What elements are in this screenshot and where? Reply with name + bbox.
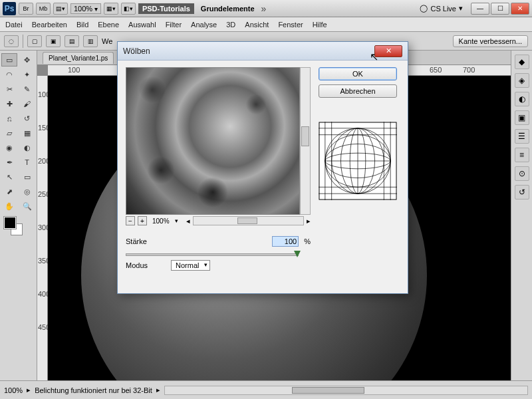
preview-hthumb[interactable]: [237, 217, 257, 224]
layers-panel-icon[interactable]: ☰: [515, 129, 529, 144]
slider-thumb-icon[interactable]: [294, 251, 301, 257]
cancel-button[interactable]: Abbrechen: [319, 84, 397, 98]
dialog-close-button[interactable]: ✕: [374, 45, 402, 57]
bridge-button[interactable]: Br: [19, 3, 33, 15]
maximize-button[interactable]: ☐: [491, 3, 509, 15]
minibridge-button[interactable]: Mb: [36, 3, 51, 15]
move-tool-icon[interactable]: ✥: [19, 53, 35, 66]
menu-hilfe[interactable]: Hilfe: [313, 21, 327, 29]
strength-input[interactable]: [272, 236, 299, 247]
status-zoom[interactable]: 100%: [4, 386, 23, 394]
zoom-value: 100%: [74, 5, 92, 13]
zoom-out-button[interactable]: −: [126, 216, 135, 225]
ps-logo-icon: Ps: [3, 2, 16, 15]
paths-panel-icon[interactable]: ⊙: [515, 166, 529, 181]
adjust-panel-icon[interactable]: ◐: [515, 92, 529, 106]
zoom-tool-icon[interactable]: 🔍: [19, 200, 35, 213]
strength-slider[interactable]: [126, 253, 299, 256]
eraser-tool-icon[interactable]: ▱: [1, 126, 17, 140]
masks-panel-icon[interactable]: ▣: [515, 110, 529, 125]
tool-preset-icon[interactable]: ◌: [4, 35, 19, 47]
cslive-icon: ◯: [420, 4, 428, 13]
mode-select[interactable]: Normal: [171, 260, 210, 271]
sel-new-icon[interactable]: ▢: [27, 35, 42, 47]
brush-tool-icon[interactable]: 🖌: [19, 97, 35, 110]
hscroll-right-icon[interactable]: ▸: [307, 217, 311, 225]
shape-tool-icon[interactable]: ▭: [19, 170, 35, 184]
rh-650: 650: [430, 66, 442, 74]
status-arrow-icon[interactable]: ▸: [27, 386, 31, 394]
workspace-grundelemente[interactable]: Grundelemente: [197, 3, 259, 14]
wand-tool-icon[interactable]: ✦: [19, 68, 35, 81]
sel-int-icon[interactable]: ▥: [83, 35, 98, 47]
lasso-tool-icon[interactable]: ◠: [1, 68, 17, 81]
screenmode-button[interactable]: ▦▾: [104, 3, 118, 15]
status-arrow2-icon[interactable]: ▸: [156, 386, 160, 394]
sel-sub-icon[interactable]: ▤: [65, 35, 79, 47]
hscroll-left-icon[interactable]: ◂: [186, 217, 190, 225]
hand-tool-icon[interactable]: ✋: [1, 200, 17, 213]
preview-vthumb[interactable]: [301, 126, 309, 146]
strength-label: Stärke: [126, 237, 166, 245]
workspace-more-icon[interactable]: »: [261, 3, 267, 14]
menu-fenster[interactable]: Fenster: [278, 21, 303, 29]
pen-tool-icon[interactable]: ✒: [1, 156, 17, 169]
extras-button[interactable]: ◧▾: [121, 3, 136, 15]
preview-vscroll[interactable]: [300, 67, 311, 215]
cslive-area: ◯ CS Live ▾ — ☐ ✕: [420, 3, 529, 15]
h-scroll-thumb[interactable]: [292, 387, 364, 394]
sel-add-icon[interactable]: ▣: [46, 35, 61, 47]
fg-swatch[interactable]: [4, 217, 16, 229]
menu-auswahl[interactable]: Auswahl: [128, 21, 156, 29]
cslive-label[interactable]: CS Live: [430, 5, 456, 13]
history-tool-icon[interactable]: ↺: [19, 112, 35, 125]
path-tool-icon[interactable]: ↖: [1, 170, 17, 184]
preview-hscroll[interactable]: [193, 216, 304, 225]
crop-tool-icon[interactable]: ✂: [1, 82, 17, 96]
refine-edge-button[interactable]: Kante verbessern...: [453, 35, 528, 47]
swatches-panel-icon[interactable]: ◈: [515, 73, 529, 88]
menu-analyse[interactable]: Analyse: [191, 21, 217, 29]
dodge-tool-icon[interactable]: ◐: [19, 141, 35, 154]
blur-tool-icon[interactable]: ◉: [1, 141, 17, 154]
dialog-titlebar[interactable]: Wölben ✕: [118, 42, 408, 61]
menu-bild[interactable]: Bild: [76, 21, 88, 29]
menu-ebene[interactable]: Ebene: [98, 21, 119, 29]
spherize-dialog: Wölben ✕ − + 100% ▾ ◂ ▸ Stärke: [117, 41, 408, 294]
filter-preview[interactable]: [126, 67, 300, 215]
preview-zoom: 100%: [150, 217, 172, 225]
3d-tool-icon[interactable]: ⬈: [1, 185, 17, 198]
zoom-select[interactable]: 100% ▾: [70, 3, 101, 14]
stamp-tool-icon[interactable]: ⎌: [1, 112, 17, 125]
doc-tab[interactable]: Planet_Variante1.ps: [43, 52, 114, 64]
percent-label: %: [304, 237, 311, 245]
heal-tool-icon[interactable]: ✚: [1, 97, 17, 110]
color-swatches[interactable]: [1, 217, 35, 237]
menu-datei[interactable]: Datei: [5, 21, 23, 29]
panels-dock: ◆ ◈ ◐ ▣ ☰ ≡ ⊙ ↺: [511, 51, 532, 380]
chevron-down-icon[interactable]: ▾: [459, 4, 463, 13]
gradient-tool-icon[interactable]: ▦: [19, 126, 35, 140]
3dcam-tool-icon[interactable]: ◎: [19, 185, 35, 198]
rh-100: 100: [68, 66, 80, 74]
color-panel-icon[interactable]: ◆: [515, 55, 529, 69]
menu-ansicht[interactable]: Ansicht: [245, 21, 269, 29]
eyedropper-tool-icon[interactable]: ✎: [19, 82, 35, 96]
minimize-button[interactable]: —: [471, 3, 489, 15]
type-tool-icon[interactable]: T: [19, 156, 35, 169]
mode-label: Modus: [126, 261, 166, 269]
chevron-down-icon[interactable]: ▾: [175, 217, 178, 224]
menu-bearbeiten[interactable]: Bearbeiten: [32, 21, 67, 29]
arrange-button[interactable]: ▤▾: [53, 3, 68, 15]
marquee-tool-icon[interactable]: ▭: [1, 53, 17, 66]
zoom-in-button[interactable]: +: [138, 216, 147, 225]
spherize-wireframe-icon: [319, 122, 397, 200]
close-button[interactable]: ✕: [511, 3, 529, 15]
workspace-psd-tutorials[interactable]: PSD-Tutorials: [138, 3, 194, 14]
history-panel-icon[interactable]: ↺: [515, 185, 529, 200]
menu-3d[interactable]: 3D: [226, 21, 235, 29]
h-scrollbar[interactable]: [164, 386, 528, 395]
ok-button[interactable]: OK: [319, 67, 397, 80]
channels-panel-icon[interactable]: ≡: [515, 148, 529, 162]
menu-filter[interactable]: Filter: [166, 21, 182, 29]
